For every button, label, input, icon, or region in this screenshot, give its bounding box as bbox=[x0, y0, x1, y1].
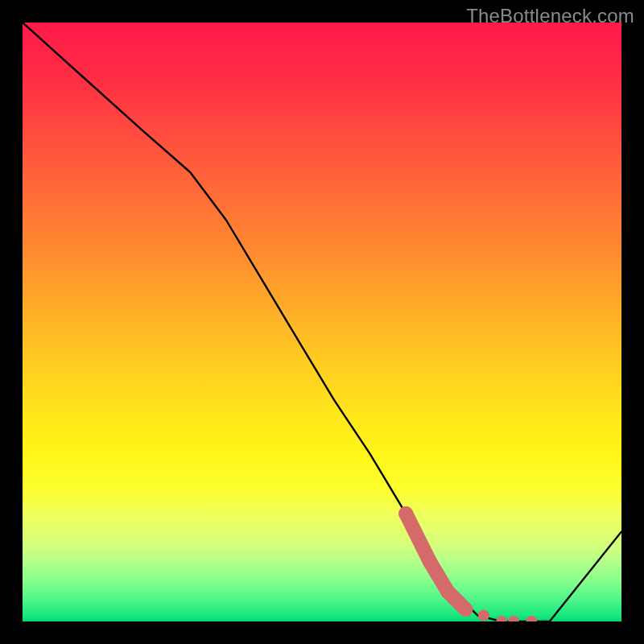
bottleneck-curve bbox=[23, 23, 621, 621]
marker-dot bbox=[526, 616, 537, 621]
marker-dot bbox=[423, 555, 437, 569]
optimal-zone-markers bbox=[398, 506, 537, 621]
marker-dot bbox=[398, 506, 413, 521]
plot-area bbox=[23, 23, 621, 621]
marker-dot bbox=[440, 584, 455, 599]
marker-dot bbox=[460, 604, 472, 615]
chart-svg bbox=[23, 23, 621, 621]
marker-dot bbox=[508, 616, 519, 621]
marker-dot bbox=[496, 616, 507, 621]
chart-frame: TheBottleneck.com bbox=[0, 0, 644, 644]
marker-dot bbox=[478, 610, 489, 621]
